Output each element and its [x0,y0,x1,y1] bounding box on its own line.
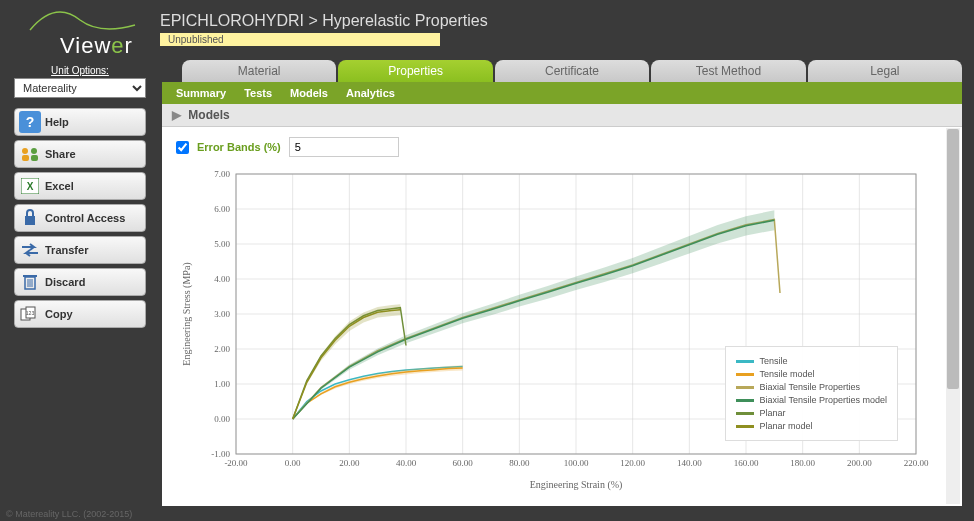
scrollbar-thumb[interactable] [947,129,959,389]
svg-text:200.00: 200.00 [847,458,872,468]
excel-button[interactable]: X Excel [14,172,146,200]
legend-item[interactable]: Biaxial Tensile Properties [736,382,887,392]
error-bands-checkbox[interactable] [176,141,189,154]
svg-text:-20.00: -20.00 [224,458,248,468]
help-button[interactable]: ? Help [14,108,146,136]
legend-label: Planar model [760,421,813,431]
svg-point-0 [22,148,28,154]
chart: -20.000.0020.0040.0060.0080.00100.00120.… [176,164,936,494]
svg-text:120.00: 120.00 [620,458,645,468]
svg-text:60.00: 60.00 [453,458,474,468]
legend-swatch [736,412,754,415]
legend-swatch [736,373,754,376]
legend-label: Biaxial Tensile Properties [760,382,860,392]
subnav-tests[interactable]: Tests [244,87,272,99]
svg-rect-3 [31,155,38,161]
unit-options-label: Unit Options: [14,65,146,76]
legend-swatch [736,399,754,402]
tabs: Material Properties Certificate Test Met… [162,60,962,82]
tab-certificate[interactable]: Certificate [495,60,649,82]
collapse-arrow-icon: ▶ [172,108,181,122]
svg-text:20.00: 20.00 [339,458,360,468]
svg-text:0.00: 0.00 [214,414,230,424]
svg-text:-1.00: -1.00 [211,449,230,459]
subnav-models[interactable]: Models [290,87,328,99]
transfer-button[interactable]: Transfer [14,236,146,264]
subnav: Summary Tests Models Analytics [162,82,962,104]
logo: Viewer [15,5,145,60]
legend-item[interactable]: Planar [736,408,887,418]
svg-text:100.00: 100.00 [564,458,589,468]
svg-text:Engineering Stress (MPa): Engineering Stress (MPa) [181,262,193,365]
error-bands-input[interactable] [289,137,399,157]
legend-item[interactable]: Planar model [736,421,887,431]
tab-properties[interactable]: Properties [338,60,492,82]
legend-label: Tensile model [760,369,815,379]
subnav-analytics[interactable]: Analytics [346,87,395,99]
help-icon: ? [19,111,41,133]
logo-curve-icon [25,5,145,35]
tab-test-method[interactable]: Test Method [651,60,805,82]
footer-copyright: © Matereality LLC. (2002-2015) [6,509,132,519]
excel-icon: X [19,175,41,197]
share-button[interactable]: Share [14,140,146,168]
svg-text:160.00: 160.00 [734,458,759,468]
copy-button[interactable]: 123 Copy [14,300,146,328]
svg-rect-2 [22,155,29,161]
breadcrumb: EPICHLOROHYDRI > Hyperelastic Properties [160,12,488,30]
share-icon [19,143,41,165]
logo-text: Viewer [60,33,133,59]
legend-item[interactable]: Biaxial Tensile Properties model [736,395,887,405]
legend: TensileTensile modelBiaxial Tensile Prop… [725,346,898,441]
svg-text:2.00: 2.00 [214,344,230,354]
scrollbar[interactable] [946,128,960,504]
lock-icon [19,207,41,229]
tab-legal[interactable]: Legal [808,60,962,82]
legend-item[interactable]: Tensile [736,356,887,366]
svg-text:0.00: 0.00 [285,458,301,468]
legend-swatch [736,360,754,363]
legend-label: Biaxial Tensile Properties model [760,395,887,405]
content: ▶ Models Error Bands (%) -20.000.0020.00… [162,104,962,506]
legend-item[interactable]: Tensile model [736,369,887,379]
legend-swatch [736,386,754,389]
svg-text:123: 123 [26,310,35,316]
svg-text:220.00: 220.00 [904,458,929,468]
copy-icon: 123 [19,303,41,325]
status-badge: Unpublished [160,33,440,46]
svg-text:3.00: 3.00 [214,309,230,319]
section-header[interactable]: ▶ Models [162,104,962,127]
svg-text:1.00: 1.00 [214,379,230,389]
svg-text:7.00: 7.00 [214,169,230,179]
svg-text:Engineering Strain (%): Engineering Strain (%) [530,479,623,491]
svg-rect-6 [25,216,35,225]
control-access-button[interactable]: Control Access [14,204,146,232]
error-bands-label: Error Bands (%) [197,141,281,153]
svg-text:40.00: 40.00 [396,458,417,468]
legend-swatch [736,425,754,428]
svg-text:X: X [27,181,34,192]
svg-text:6.00: 6.00 [214,204,230,214]
sidebar: ? Help Share X Excel Control Access Tran… [14,108,146,332]
svg-text:4.00: 4.00 [214,274,230,284]
svg-point-1 [31,148,37,154]
svg-text:140.00: 140.00 [677,458,702,468]
transfer-icon [19,239,41,261]
legend-label: Tensile [760,356,788,366]
svg-text:5.00: 5.00 [214,239,230,249]
discard-button[interactable]: Discard [14,268,146,296]
trash-icon [19,271,41,293]
unit-select[interactable]: Matereality [14,78,146,98]
svg-text:80.00: 80.00 [509,458,530,468]
subnav-summary[interactable]: Summary [176,87,226,99]
svg-text:180.00: 180.00 [790,458,815,468]
tab-material[interactable]: Material [182,60,336,82]
svg-rect-8 [23,275,37,277]
legend-label: Planar [760,408,786,418]
